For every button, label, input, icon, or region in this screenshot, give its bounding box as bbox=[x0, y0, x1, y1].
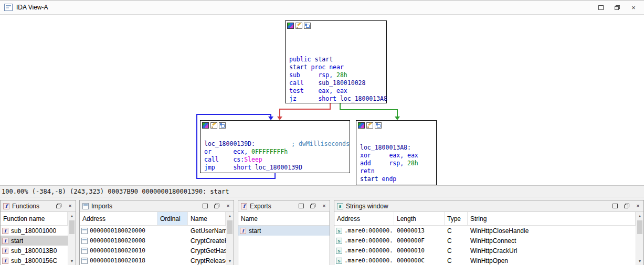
function-row[interactable]: fsub_180001000 bbox=[1, 226, 68, 236]
node-group-icon[interactable] bbox=[219, 122, 226, 129]
imports-panel-titlebar[interactable]: Imports × bbox=[80, 200, 234, 212]
string-address: .mare0:000000... bbox=[344, 237, 394, 244]
asm-line: or ecx, 0FFFFFFFFh bbox=[204, 148, 350, 156]
close-icon: × bbox=[226, 203, 229, 209]
float-button[interactable] bbox=[611, 3, 624, 13]
float-button[interactable] bbox=[54, 202, 63, 210]
column-header-name[interactable]: Name bbox=[188, 212, 226, 225]
column-header-ordinal[interactable]: Ordinal bbox=[157, 212, 188, 225]
strings-scrollbar[interactable]: ▲ ▼ bbox=[636, 212, 643, 265]
edge-arrow-loop bbox=[268, 116, 273, 120]
node-group-icon[interactable] bbox=[304, 23, 311, 29]
imports-panel-icon bbox=[82, 203, 89, 209]
asm-token: loc_18000139D: bbox=[204, 140, 255, 147]
import-name: CryptRelease bbox=[188, 257, 226, 264]
graph-node-start[interactable]: public startstart proc nearsub rsp, 28hc… bbox=[285, 20, 387, 103]
import-row[interactable]: 0000000180020010CryptGetHas bbox=[80, 246, 226, 256]
exports-panel-titlebar[interactable]: f Exports × bbox=[238, 200, 330, 212]
asm-line: call sub_180010028 bbox=[289, 79, 387, 87]
scroll-down-icon[interactable]: ▼ bbox=[226, 257, 234, 265]
imports-panel-body: Address Ordinal Name 0000000180020000Get… bbox=[80, 212, 234, 265]
float-button[interactable] bbox=[622, 202, 631, 210]
ida-window: IDA View-A × public startstart proc bbox=[0, 0, 644, 265]
float-icon bbox=[214, 204, 219, 208]
string-row[interactable]: s.mare0:000000...0000000CCWinHttpOpen bbox=[334, 256, 636, 265]
node-color-icon[interactable] bbox=[202, 122, 209, 129]
import-address: 0000000180020018 bbox=[90, 257, 145, 264]
dock-button[interactable] bbox=[200, 202, 209, 210]
column-header-name[interactable]: Name bbox=[238, 212, 330, 225]
strings-panel-titlebar[interactable]: s Strings window × bbox=[334, 200, 643, 212]
float-button[interactable] bbox=[308, 202, 317, 210]
graph-node-exit[interactable]: loc_1800013A8:xor eax, eaxadd rsp, 28hre… bbox=[356, 120, 437, 185]
strings-panel-icon: s bbox=[337, 203, 343, 209]
string-row[interactable]: s.mare0:000000...0000000FCWinHttpConnect bbox=[334, 236, 636, 246]
strings-column-headers: Address Length Type String bbox=[334, 212, 636, 226]
node-edit-icon[interactable] bbox=[366, 122, 373, 129]
scrollbar-thumb[interactable] bbox=[227, 220, 233, 234]
import-address-cell: 0000000180020000 bbox=[80, 227, 157, 234]
asm-code-entry: public startstart proc nearsub rsp, 28hc… bbox=[289, 56, 387, 103]
column-header-string[interactable]: String bbox=[468, 212, 636, 225]
function-row[interactable]: fsub_18000156C bbox=[1, 256, 68, 265]
scrollbar-thumb[interactable] bbox=[637, 220, 642, 234]
close-icon: × bbox=[322, 203, 325, 209]
asm-line: loc_18000139D: ; dwMilliseconds bbox=[204, 140, 350, 148]
dock-button[interactable] bbox=[610, 202, 619, 210]
graph-node-loop[interactable]: loc_18000139D: ; dwMillisecondsor ecx, 0… bbox=[200, 120, 350, 173]
dock-button[interactable] bbox=[297, 202, 305, 210]
column-header-length[interactable]: Length bbox=[394, 212, 445, 225]
column-header-address[interactable]: Address bbox=[80, 212, 157, 225]
scroll-up-icon[interactable]: ▲ bbox=[226, 212, 234, 220]
scroll-down-icon[interactable]: ▼ bbox=[636, 257, 643, 265]
column-header-address[interactable]: Address bbox=[334, 212, 394, 225]
asm-token: 28h bbox=[336, 71, 347, 79]
asm-token: public bbox=[289, 56, 314, 63]
column-header-function-name[interactable]: Function name bbox=[1, 212, 68, 225]
asm-token: loc_1800013A8: bbox=[360, 144, 411, 151]
scroll-up-icon[interactable]: ▲ bbox=[636, 212, 643, 220]
functions-list: fsub_180001000fstartfsub_1800013B0fsub_1… bbox=[1, 226, 68, 265]
string-address: .mare0:000000... bbox=[344, 247, 394, 254]
close-button[interactable]: × bbox=[634, 202, 642, 210]
close-button[interactable]: × bbox=[320, 202, 329, 210]
close-button[interactable]: × bbox=[224, 202, 233, 210]
function-icon: f bbox=[2, 228, 8, 234]
functions-scrollbar[interactable]: ▲ ▼ bbox=[68, 212, 76, 265]
maximize-button[interactable] bbox=[595, 3, 607, 13]
string-row[interactable]: s.mare0:000000...00000013CWinHttpCloseHa… bbox=[334, 226, 636, 236]
close-button[interactable]: × bbox=[627, 3, 640, 13]
node-edit-icon[interactable] bbox=[210, 122, 217, 129]
close-button[interactable]: × bbox=[66, 202, 75, 210]
graph-view[interactable]: public startstart proc nearsub rsp, 28hc… bbox=[0, 15, 644, 185]
scroll-down-icon[interactable]: ▼ bbox=[68, 257, 76, 265]
export-row[interactable]: fstart bbox=[238, 226, 330, 236]
string-length: 00000013 bbox=[394, 227, 445, 234]
string-address: .mare0:000000... bbox=[344, 257, 394, 264]
import-row[interactable]: 0000000180020018CryptRelease bbox=[80, 256, 226, 265]
function-row[interactable]: fsub_1800013B0 bbox=[1, 246, 68, 256]
import-row[interactable]: 0000000180020008CryptCreateH bbox=[80, 236, 226, 246]
scrollbar-thumb[interactable] bbox=[69, 220, 75, 234]
asm-token: call cs: bbox=[204, 156, 244, 163]
view-titlebar[interactable]: IDA View-A × bbox=[0, 1, 644, 15]
asm-token: jmp short bbox=[204, 164, 255, 171]
functions-panel-titlebar[interactable]: f Functions × bbox=[1, 200, 76, 212]
node-color-icon[interactable] bbox=[358, 122, 365, 129]
strings-list: s.mare0:000000...00000013CWinHttpCloseHa… bbox=[334, 226, 636, 265]
float-button[interactable] bbox=[212, 202, 221, 210]
function-row[interactable]: fstart bbox=[1, 236, 68, 246]
functions-panel: f Functions × Function name fsub_1800010… bbox=[0, 200, 76, 265]
imports-scrollbar[interactable]: ▲ ▼ bbox=[226, 212, 234, 265]
function-icon: f bbox=[2, 238, 8, 244]
node-color-icon[interactable] bbox=[287, 23, 294, 29]
import-row[interactable]: 0000000180020000GetUserNam bbox=[80, 226, 226, 236]
node-group-icon[interactable] bbox=[375, 122, 382, 129]
import-name: CryptGetHas bbox=[188, 247, 226, 255]
string-icon: s bbox=[336, 258, 342, 264]
node-edit-icon[interactable] bbox=[295, 23, 302, 29]
scroll-up-icon[interactable]: ▲ bbox=[68, 212, 76, 220]
string-row[interactable]: s.mare0:000000...00000010CWinHttpCrackUr… bbox=[334, 246, 636, 256]
edge-arrow-not-taken bbox=[277, 116, 282, 120]
column-header-type[interactable]: Type bbox=[445, 212, 468, 225]
